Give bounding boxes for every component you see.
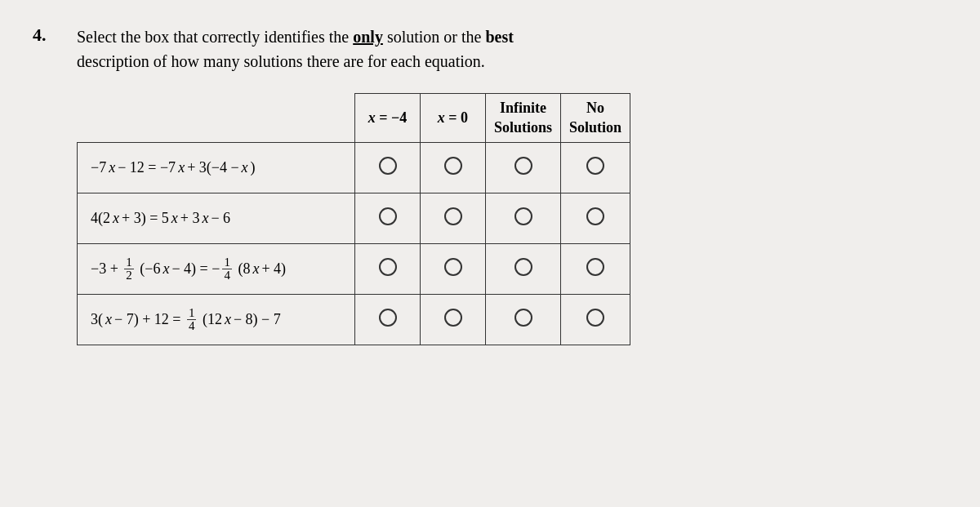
question-number: 4. xyxy=(33,24,57,46)
radio-1-infinite[interactable] xyxy=(486,143,561,193)
radio-2-infinite[interactable] xyxy=(486,193,561,244)
table-row: −7x − 12 = −7x + 3(−4 − x) xyxy=(78,143,630,193)
header-x-neg4: x = −4 xyxy=(355,94,421,143)
radio-circle[interactable] xyxy=(379,157,397,175)
radio-4-no-solution[interactable] xyxy=(561,295,630,345)
question-text: Select the box that correctly identifies… xyxy=(77,24,514,73)
fraction-quarter: 1 4 xyxy=(222,256,232,282)
radio-2-x-neg4[interactable] xyxy=(355,193,421,244)
table-wrapper: x = −4 x = 0 InfiniteSolutions NoSolutio… xyxy=(77,93,947,345)
radio-circle[interactable] xyxy=(514,309,532,327)
radio-1-no-solution[interactable] xyxy=(561,143,630,193)
table-row: 4(2x + 3) = 5x + 3x − 6 xyxy=(78,193,630,244)
radio-circle[interactable] xyxy=(586,309,604,327)
radio-circle[interactable] xyxy=(444,309,462,327)
header-x-zero: x = 0 xyxy=(421,94,486,143)
table-row: 3(x − 7) + 12 = 1 4 (12x − 8) − 7 xyxy=(78,295,630,345)
radio-3-x-zero[interactable] xyxy=(421,244,486,295)
radio-circle[interactable] xyxy=(379,258,397,276)
radio-2-no-solution[interactable] xyxy=(561,193,630,244)
radio-4-x-neg4[interactable] xyxy=(355,295,421,345)
equation-4: 3(x − 7) + 12 = 1 4 (12x − 8) − 7 xyxy=(78,295,355,345)
question-text-part2: solution or the xyxy=(383,28,486,46)
radio-1-x-zero[interactable] xyxy=(421,143,486,193)
question-header: 4. Select the box that correctly identif… xyxy=(33,24,947,73)
header-infinite-solutions: InfiniteSolutions xyxy=(486,94,561,143)
radio-circle[interactable] xyxy=(586,207,604,225)
radio-circle[interactable] xyxy=(514,207,532,225)
solutions-table: x = −4 x = 0 InfiniteSolutions NoSolutio… xyxy=(77,93,630,345)
radio-3-x-neg4[interactable] xyxy=(355,244,421,295)
fraction-quarter-2: 1 4 xyxy=(187,307,197,332)
radio-circle[interactable] xyxy=(444,207,462,225)
equation-2: 4(2x + 3) = 5x + 3x − 6 xyxy=(78,193,355,244)
radio-circle[interactable] xyxy=(379,207,397,225)
table-row: −3 + 1 2 (−6x − 4) = − 1 4 (8x + 4) xyxy=(78,244,630,295)
question-bold2: best xyxy=(485,28,513,46)
radio-circle[interactable] xyxy=(444,258,462,276)
radio-3-no-solution[interactable] xyxy=(561,244,630,295)
header-empty xyxy=(78,94,355,143)
equation-3: −3 + 1 2 (−6x − 4) = − 1 4 (8x + 4) xyxy=(78,244,355,295)
radio-3-infinite[interactable] xyxy=(486,244,561,295)
radio-circle[interactable] xyxy=(514,258,532,276)
page-container: 4. Select the box that correctly identif… xyxy=(33,24,947,345)
fraction-half: 1 2 xyxy=(124,256,134,282)
header-no-solution: NoSolution xyxy=(561,94,630,143)
radio-circle[interactable] xyxy=(514,157,532,175)
radio-2-x-zero[interactable] xyxy=(421,193,486,244)
equation-1: −7x − 12 = −7x + 3(−4 − x) xyxy=(78,143,355,193)
radio-circle[interactable] xyxy=(586,258,604,276)
table-header-row: x = −4 x = 0 InfiniteSolutions NoSolutio… xyxy=(78,94,630,143)
radio-4-x-zero[interactable] xyxy=(421,295,486,345)
radio-circle[interactable] xyxy=(379,309,397,327)
radio-1-x-neg4[interactable] xyxy=(355,143,421,193)
radio-circle[interactable] xyxy=(444,157,462,175)
question-underline-bold: only xyxy=(353,28,383,46)
question-text-part3: description of how many solutions there … xyxy=(77,52,485,70)
radio-circle[interactable] xyxy=(586,157,604,175)
radio-4-infinite[interactable] xyxy=(486,295,561,345)
question-text-part1: Select the box that correctly identifies… xyxy=(77,28,353,46)
